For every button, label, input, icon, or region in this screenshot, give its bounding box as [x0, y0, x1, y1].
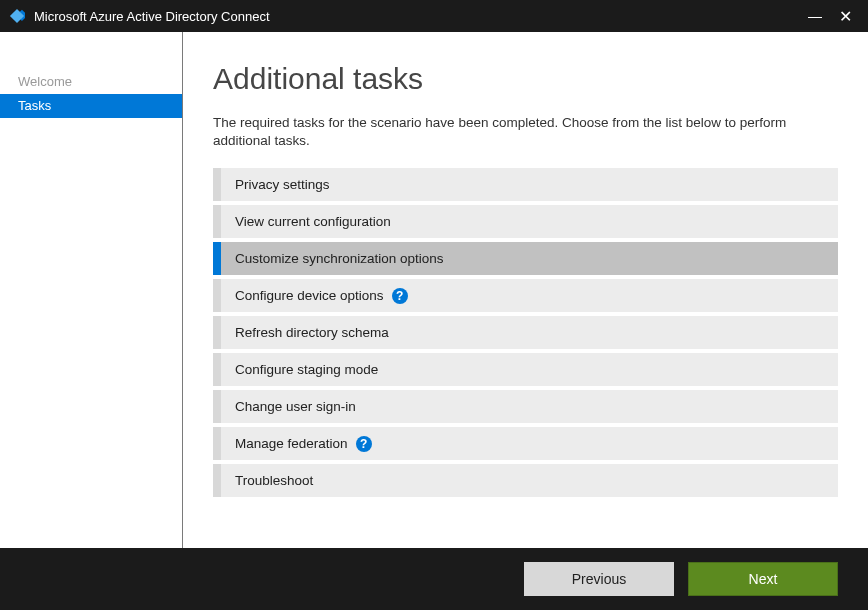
close-button[interactable]: ✕: [830, 7, 860, 26]
task-label: Privacy settings: [235, 177, 330, 192]
task-item[interactable]: Configure device options?: [213, 279, 838, 312]
azure-logo-icon: [8, 7, 26, 25]
task-item[interactable]: Customize synchronization options: [213, 242, 838, 275]
page-description: The required tasks for the scenario have…: [213, 114, 838, 150]
task-label: Configure device options: [235, 288, 384, 303]
sidebar-item-welcome[interactable]: Welcome: [0, 70, 182, 94]
main-panel: Additional tasks The required tasks for …: [183, 32, 868, 548]
task-item[interactable]: Configure staging mode: [213, 353, 838, 386]
task-label: View current configuration: [235, 214, 391, 229]
task-accent: [213, 242, 221, 275]
task-item[interactable]: Refresh directory schema: [213, 316, 838, 349]
task-accent: [213, 279, 221, 312]
task-label: Change user sign-in: [235, 399, 356, 414]
task-accent: [213, 390, 221, 423]
task-accent: [213, 464, 221, 497]
task-accent: [213, 427, 221, 460]
task-label: Troubleshoot: [235, 473, 313, 488]
task-accent: [213, 316, 221, 349]
previous-button[interactable]: Previous: [524, 562, 674, 596]
task-accent: [213, 205, 221, 238]
task-accent: [213, 168, 221, 201]
minimize-button[interactable]: —: [800, 8, 830, 24]
task-label: Customize synchronization options: [235, 251, 444, 266]
task-label: Refresh directory schema: [235, 325, 389, 340]
task-label: Manage federation: [235, 436, 348, 451]
help-icon[interactable]: ?: [392, 288, 408, 304]
body: WelcomeTasks Additional tasks The requir…: [0, 32, 868, 548]
page-title: Additional tasks: [213, 62, 838, 96]
window-title: Microsoft Azure Active Directory Connect: [34, 9, 800, 24]
titlebar: Microsoft Azure Active Directory Connect…: [0, 0, 868, 32]
sidebar-item-tasks[interactable]: Tasks: [0, 94, 182, 118]
task-item[interactable]: Change user sign-in: [213, 390, 838, 423]
task-item[interactable]: Troubleshoot: [213, 464, 838, 497]
next-button[interactable]: Next: [688, 562, 838, 596]
task-item[interactable]: View current configuration: [213, 205, 838, 238]
sidebar: WelcomeTasks: [0, 32, 183, 548]
task-accent: [213, 353, 221, 386]
task-label: Configure staging mode: [235, 362, 378, 377]
help-icon[interactable]: ?: [356, 436, 372, 452]
task-list: Privacy settingsView current configurati…: [213, 168, 838, 497]
footer: Previous Next: [0, 548, 868, 610]
task-item[interactable]: Manage federation?: [213, 427, 838, 460]
task-item[interactable]: Privacy settings: [213, 168, 838, 201]
